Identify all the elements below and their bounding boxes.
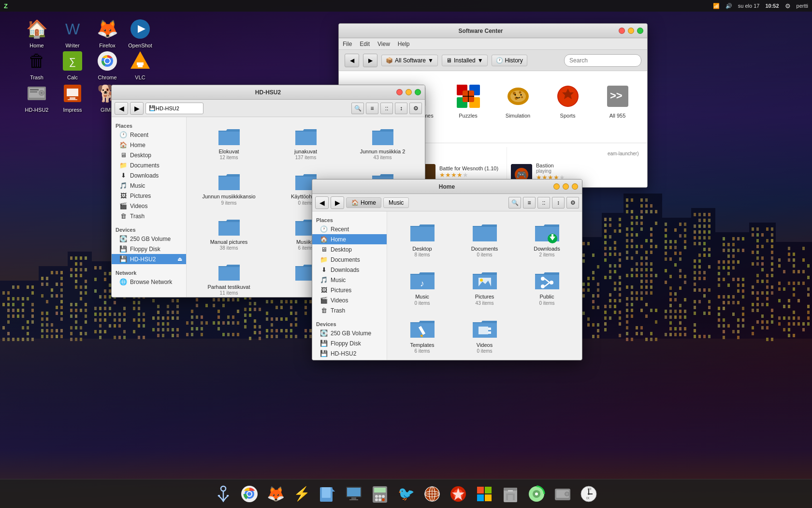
- desktop-icon-writer[interactable]: W Writer: [53, 15, 92, 50]
- folder-junakuvat[interactable]: junakuvat 137 items: [269, 123, 342, 164]
- folder-parhaat-testikuvat[interactable]: Parhaat testikuvat 11 items: [192, 258, 265, 297]
- fm-hd-zoom-btn[interactable]: ↕: [395, 103, 407, 114]
- sw-history-btn[interactable]: 🕐 History: [492, 55, 527, 66]
- sw-back-btn[interactable]: ◀: [345, 54, 359, 67]
- taskbar-logo[interactable]: Z: [4, 2, 8, 10]
- fm-hd-sidebar-floppy[interactable]: 💾 Floppy Disk: [112, 244, 186, 254]
- home-folder-public[interactable]: Public 0 items: [518, 265, 576, 309]
- dock-calculator[interactable]: [368, 482, 392, 506]
- fm-hd-grid-view[interactable]: ::: [380, 103, 393, 114]
- fm-home-breadcrumb-music[interactable]: Music: [383, 197, 409, 208]
- home-folder-music[interactable]: ♪ Music 0 items: [393, 265, 451, 309]
- folder-manualpictures[interactable]: Manual pictures 38 items: [192, 213, 265, 254]
- sw-max-btn[interactable]: [637, 28, 643, 34]
- fm-hd-forward[interactable]: ▶: [130, 102, 144, 115]
- sw-close-btn[interactable]: [619, 28, 625, 34]
- desktop-icon-home[interactable]: 🏠 Home: [17, 15, 56, 50]
- dock-anchor[interactable]: [212, 482, 235, 506]
- fm-home-sidebar-hdhsu2[interactable]: 💾 HD-HSU2: [312, 348, 387, 359]
- settings-icon[interactable]: ⚙: [785, 2, 791, 10]
- dock-monitor[interactable]: [342, 482, 365, 506]
- fm-home-close[interactable]: [572, 183, 578, 190]
- fm-home-zoom[interactable]: ↕: [552, 197, 565, 209]
- folder-junnunmusiikkikansio[interactable]: Junnun musiikkikansio 9 items: [192, 168, 265, 209]
- fm-hd-list-view[interactable]: ≡: [366, 103, 378, 114]
- sw-installed-btn[interactable]: 🖥 Installed ▼: [442, 55, 488, 66]
- fm-home-sidebar-250gb[interactable]: 💽 250 GB Volume: [312, 328, 387, 338]
- sw-forward-btn[interactable]: ▶: [363, 54, 377, 67]
- fm-home-sidebar-trash[interactable]: 🗑 Trash: [312, 305, 387, 315]
- fm-hd-search-btn[interactable]: 🔍: [351, 103, 364, 114]
- home-folder-videos[interactable]: Videos 0 items: [455, 314, 514, 358]
- fm-hd-sidebar-downloads[interactable]: ⬇ Downloads: [112, 170, 186, 180]
- sw-menu-help[interactable]: Help: [398, 41, 410, 47]
- home-folder-pictures[interactable]: Pictures 43 items: [455, 265, 514, 309]
- fm-hd-sidebar-250gb[interactable]: 💽 250 GB Volume: [112, 234, 186, 244]
- dock-bird[interactable]: 🐦: [394, 482, 418, 506]
- username[interactable]: pertti: [797, 3, 808, 9]
- sw-menu-file[interactable]: File: [343, 41, 352, 47]
- fm-home-sidebar-pictures[interactable]: 🖼 Pictures: [312, 285, 387, 295]
- fm-hd-min[interactable]: [406, 89, 412, 95]
- fm-hd-sidebar-network[interactable]: 🌐 Browse Network: [112, 277, 186, 287]
- fm-hd-back[interactable]: ◀: [115, 102, 128, 115]
- fm-hd-sidebar-pictures[interactable]: 🖼 Pictures: [112, 191, 186, 201]
- sw-app-sports[interactable]: Sports: [546, 79, 590, 135]
- fm-home-breadcrumb-home[interactable]: 🏠 Home: [346, 197, 381, 208]
- dock-disk-util[interactable]: [525, 482, 548, 506]
- fm-home-controls[interactable]: [553, 183, 578, 190]
- fm-home-min[interactable]: [553, 183, 560, 190]
- sw-menu-edit[interactable]: Edit: [360, 41, 370, 47]
- sw-search-input[interactable]: [564, 54, 641, 67]
- eject-icon[interactable]: ⏏: [177, 256, 182, 262]
- fm-hd-controls[interactable]: [396, 89, 421, 95]
- home-folder-templates[interactable]: Templates 6 items: [393, 314, 451, 358]
- desktop-icon-impress[interactable]: Impress: [53, 80, 92, 115]
- home-folder-documents[interactable]: Documents 0 items: [455, 217, 514, 261]
- fm-hd-settings-btn[interactable]: ⚙: [409, 103, 422, 114]
- fm-home-sidebar-videos[interactable]: 🎬 Videos: [312, 295, 387, 305]
- sw-controls-right[interactable]: [619, 28, 643, 34]
- dock-network-map[interactable]: [420, 482, 444, 506]
- fm-hd-close[interactable]: [396, 89, 403, 95]
- fm-hd-sidebar-hdhsu2[interactable]: 💾 HD-HSU2 ⏏: [112, 254, 186, 264]
- fm-home-search[interactable]: 🔍: [508, 197, 521, 209]
- sw-min-btn[interactable]: [628, 28, 634, 34]
- fm-hd-sidebar-trash[interactable]: 🗑 Trash: [112, 211, 186, 221]
- fm-hd-sidebar-documents[interactable]: 📁 Documents: [112, 160, 186, 170]
- dock-archive[interactable]: [499, 482, 522, 506]
- home-folder-desktop[interactable]: Desktop 8 items: [393, 217, 451, 261]
- dock-windows[interactable]: [473, 482, 496, 506]
- dock-time[interactable]: IX XII: [577, 482, 600, 506]
- fm-hd-sidebar-desktop[interactable]: 🖥 Desktop: [112, 150, 186, 160]
- home-folder-downloads[interactable]: Downloads 2 items: [518, 217, 576, 261]
- sw-all-software-btn[interactable]: 📦 All Software ▼: [381, 55, 438, 66]
- fm-home-settings[interactable]: ⚙: [566, 197, 579, 209]
- fm-home-list[interactable]: ≡: [523, 197, 536, 209]
- fm-hd-sidebar-videos[interactable]: 🎬 Videos: [112, 201, 186, 211]
- dock-chrome[interactable]: [238, 482, 261, 506]
- sw-app-all[interactable]: >> All 955: [595, 79, 639, 135]
- sw-menu-view[interactable]: View: [377, 41, 390, 47]
- fm-hd-max[interactable]: [415, 89, 421, 95]
- fm-home-sidebar-recent[interactable]: 🕐 Recent: [312, 224, 387, 234]
- desktop-icon-trash[interactable]: 🗑 Trash: [17, 47, 56, 82]
- sw-app-simulation[interactable]: Simulation: [496, 79, 540, 135]
- desktop-icon-vlc[interactable]: VLC: [121, 47, 160, 82]
- dock-paint[interactable]: [447, 482, 470, 506]
- desktop-icon-calc[interactable]: ∑ Calc: [53, 47, 92, 82]
- volume-icon[interactable]: 🔊: [725, 3, 732, 9]
- folder-elokuvat[interactable]: Elokuvat 12 items: [192, 123, 265, 164]
- fm-hd-sidebar-home[interactable]: 🏠 Home: [112, 140, 186, 150]
- fm-home-back[interactable]: ◀: [315, 196, 329, 209]
- dock-hd-icon[interactable]: [551, 482, 574, 506]
- desktop-icon-openshot[interactable]: OpenShot: [121, 15, 160, 50]
- fm-home-max[interactable]: [563, 183, 569, 190]
- fm-home-sidebar-documents[interactable]: 📁 Documents: [312, 254, 387, 265]
- fm-hd-sidebar-music[interactable]: 🎵 Music: [112, 180, 186, 191]
- desktop-icon-hdhsu2[interactable]: HD-HSU2: [17, 80, 56, 115]
- dock-zippy[interactable]: ⚡: [290, 482, 313, 506]
- dock-firefox[interactable]: 🦊: [264, 482, 287, 506]
- fm-home-sidebar-music[interactable]: 🎵 Music: [312, 275, 387, 285]
- folder-junnunmusiikkia2[interactable]: Junnun musiikkia 2 43 items: [346, 123, 419, 164]
